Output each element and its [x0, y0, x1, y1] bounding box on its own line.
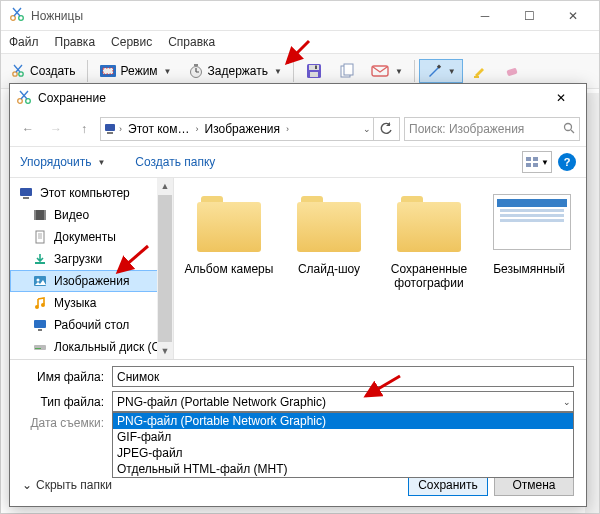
- new-snip-button[interactable]: Создать: [3, 59, 83, 83]
- search-icon: [563, 122, 575, 137]
- refresh-button[interactable]: [373, 117, 397, 141]
- dialog-footer: Имя файла: Тип файла: PNG-файл (Portable…: [10, 359, 586, 506]
- download-icon: [32, 251, 48, 267]
- sidebar-item-drive-c[interactable]: Локальный диск (C:): [10, 336, 173, 358]
- file-item-image[interactable]: Безымянный: [484, 194, 574, 276]
- nav-forward-button[interactable]: →: [44, 117, 68, 141]
- menu-help[interactable]: Справка: [168, 35, 215, 49]
- scissors-icon: [16, 89, 32, 108]
- svg-rect-11: [315, 66, 317, 70]
- svg-rect-13: [344, 64, 353, 75]
- sidebar: Этот компьютер Видео Документы Загрузки …: [10, 178, 174, 359]
- highlighter-button[interactable]: [465, 59, 495, 83]
- menu-service[interactable]: Сервис: [111, 35, 152, 49]
- filename-input[interactable]: [112, 366, 574, 387]
- delay-button[interactable]: Задержать ▼: [181, 59, 289, 83]
- mode-button[interactable]: Режим ▼: [92, 60, 179, 82]
- desktop-icon: [32, 317, 48, 333]
- svg-rect-21: [107, 132, 113, 134]
- svg-rect-30: [34, 210, 36, 220]
- svg-rect-25: [526, 163, 531, 167]
- sidebar-item-music[interactable]: Музыка: [10, 292, 173, 314]
- svg-rect-20: [105, 124, 115, 131]
- svg-rect-24: [533, 157, 538, 161]
- filetype-option[interactable]: Отдельный HTML-файл (MHT): [113, 461, 573, 477]
- svg-point-19: [26, 98, 31, 103]
- close-button[interactable]: ✕: [551, 1, 595, 30]
- save-button[interactable]: [298, 58, 330, 84]
- date-label: Дата съемки:: [22, 416, 112, 430]
- svg-rect-33: [35, 262, 45, 264]
- sidebar-item-documents[interactable]: Документы: [10, 226, 173, 248]
- svg-rect-27: [20, 188, 32, 196]
- chevron-down-icon: ⌄: [563, 397, 571, 407]
- svg-rect-38: [34, 320, 46, 328]
- scissors-icon: [9, 6, 25, 25]
- filetype-option[interactable]: PNG-файл (Portable Network Graphic): [113, 413, 573, 429]
- sidebar-item-desktop[interactable]: Рабочий стол: [10, 314, 173, 336]
- filetype-option[interactable]: GIF-файл: [113, 429, 573, 445]
- svg-rect-26: [533, 163, 538, 167]
- pen-button[interactable]: ▼: [419, 59, 463, 83]
- sidebar-scrollbar[interactable]: ▲▼: [157, 178, 173, 359]
- eraser-button[interactable]: [497, 60, 527, 82]
- svg-point-0: [11, 16, 16, 21]
- nav-up-button[interactable]: ↑: [72, 117, 96, 141]
- snipping-tool-window: Ножницы ─ ☐ ✕ Файл Правка Сервис Справка…: [0, 0, 600, 514]
- chevron-down-icon: ▼: [448, 67, 456, 76]
- filetype-label: Тип файла:: [22, 395, 112, 409]
- svg-rect-7: [194, 64, 198, 66]
- dialog-close-button[interactable]: ✕: [542, 86, 580, 110]
- menu-edit[interactable]: Правка: [55, 35, 96, 49]
- sidebar-item-images[interactable]: Изображения: [10, 270, 173, 292]
- maximize-button[interactable]: ☐: [507, 1, 551, 30]
- svg-rect-23: [526, 157, 531, 161]
- svg-rect-39: [38, 329, 42, 331]
- dialog-title: Сохранение: [38, 91, 542, 105]
- sidebar-item-video[interactable]: Видео: [10, 204, 173, 226]
- svg-rect-40: [34, 345, 46, 350]
- chevron-down-icon: ▼: [395, 67, 403, 76]
- file-view[interactable]: Альбом камеры Слайд-шоу Сохраненные фото…: [174, 178, 586, 359]
- sidebar-root[interactable]: Этот компьютер: [10, 182, 173, 204]
- breadcrumb[interactable]: › Этот ком… › Изображения › ⌄: [100, 117, 400, 141]
- chevron-down-icon[interactable]: ⌄: [363, 124, 371, 134]
- search-input[interactable]: Поиск: Изображения: [404, 117, 580, 141]
- svg-rect-17: [506, 68, 517, 77]
- organize-button[interactable]: Упорядочить ▼: [20, 155, 105, 169]
- new-folder-button[interactable]: Создать папку: [135, 155, 215, 169]
- view-button[interactable]: ▼: [522, 151, 552, 173]
- filetype-dropdown[interactable]: PNG-файл (Portable Network Graphic) GIF-…: [112, 412, 574, 478]
- mail-button[interactable]: ▼: [364, 60, 410, 82]
- svg-point-2: [13, 72, 17, 76]
- svg-rect-5: [103, 68, 113, 74]
- menubar: Файл Правка Сервис Справка: [1, 31, 599, 53]
- drive-icon: [32, 339, 48, 355]
- main-scrollbar[interactable]: [585, 93, 599, 513]
- filetype-option[interactable]: JPEG-файл: [113, 445, 573, 461]
- copy-button[interactable]: [332, 59, 362, 83]
- sidebar-item-downloads[interactable]: Загрузки: [10, 248, 173, 270]
- svg-rect-16: [474, 76, 479, 78]
- hide-folders-button[interactable]: ⌄Скрыть папки: [22, 478, 112, 492]
- minimize-button[interactable]: ─: [463, 1, 507, 30]
- svg-point-3: [19, 72, 23, 76]
- filename-label: Имя файла:: [22, 370, 112, 384]
- chevron-down-icon: ▼: [274, 67, 282, 76]
- help-button[interactable]: ?: [558, 153, 576, 171]
- svg-point-1: [19, 16, 24, 21]
- music-icon: [32, 295, 48, 311]
- folder-item[interactable]: Сохраненные фотографии: [384, 194, 474, 290]
- nav-back-button[interactable]: ←: [16, 117, 40, 141]
- document-icon: [32, 229, 48, 245]
- titlebar: Ножницы ─ ☐ ✕: [1, 1, 599, 31]
- pc-icon: [18, 185, 34, 201]
- svg-point-36: [35, 305, 39, 309]
- folder-item[interactable]: Слайд-шоу: [284, 194, 374, 276]
- menu-file[interactable]: Файл: [9, 35, 39, 49]
- folder-item[interactable]: Альбом камеры: [184, 194, 274, 276]
- svg-rect-28: [23, 197, 29, 199]
- svg-point-22: [565, 123, 572, 130]
- chevron-down-icon: ▼: [164, 67, 172, 76]
- filetype-combobox[interactable]: PNG-файл (Portable Network Graphic) ⌄: [112, 391, 574, 412]
